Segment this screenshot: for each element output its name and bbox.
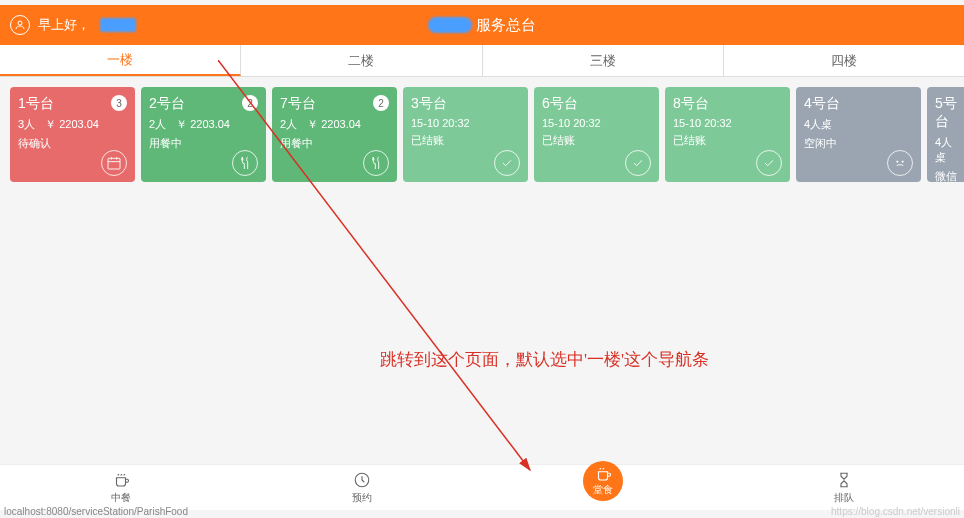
cup-icon bbox=[112, 471, 130, 489]
svg-point-2 bbox=[897, 161, 898, 162]
footer-label: 堂食 bbox=[593, 483, 613, 497]
table-card[interactable]: 3号台 15-10 20:32 已结账 bbox=[403, 87, 528, 182]
user-icon bbox=[10, 15, 30, 35]
table-name: 5号台 bbox=[935, 95, 959, 131]
table-name: 8号台 bbox=[673, 95, 782, 113]
footer-item-lunch[interactable]: 中餐 bbox=[0, 471, 241, 505]
table-info: 2人￥ 2203.04 bbox=[149, 117, 258, 132]
header: 早上好， 服务总台 bbox=[0, 5, 964, 45]
table-time: 15-10 20:32 bbox=[673, 117, 782, 129]
fork-icon bbox=[363, 150, 389, 176]
tab-floor-1[interactable]: 一楼 bbox=[0, 45, 241, 76]
table-status: 已结账 bbox=[673, 133, 782, 148]
svg-point-3 bbox=[902, 161, 903, 162]
footer-item-reserve[interactable]: 预约 bbox=[241, 471, 482, 505]
table-card[interactable]: 6号台 15-10 20:32 已结账 bbox=[534, 87, 659, 182]
table-card[interactable]: 7号台 2 2人￥ 2203.04 用餐中 bbox=[272, 87, 397, 182]
footer-label: 中餐 bbox=[111, 491, 131, 505]
status-bar: localhost:8080/serviceStation/ParishFood… bbox=[0, 504, 964, 518]
table-status: 微信支付 bbox=[935, 169, 959, 182]
header-title: 服务总台 bbox=[428, 16, 536, 35]
table-name: 6号台 bbox=[542, 95, 651, 113]
table-card[interactable]: 8号台 15-10 20:32 已结账 bbox=[665, 87, 790, 182]
table-status: 用餐中 bbox=[149, 136, 258, 151]
table-status: 已结账 bbox=[411, 133, 520, 148]
table-cards: 1号台 3 3人￥ 2203.04 待确认 2号台 2 2人￥ 2203.04 … bbox=[0, 77, 964, 192]
status-url: localhost:8080/serviceStation/ParishFood bbox=[4, 506, 188, 517]
table-card[interactable]: 4号台 4人桌 空闲中 bbox=[796, 87, 921, 182]
table-name: 4号台 bbox=[804, 95, 913, 113]
svg-rect-1 bbox=[108, 158, 120, 169]
table-badge: 2 bbox=[373, 95, 389, 111]
header-left: 早上好， bbox=[10, 15, 136, 35]
clock-icon bbox=[353, 471, 371, 489]
annotation-text: 跳转到这个页面，默认选中'一楼'这个导航条 bbox=[380, 348, 709, 371]
footer-item-queue[interactable]: 排队 bbox=[723, 471, 964, 505]
table-time: 15-10 20:32 bbox=[542, 117, 651, 129]
fork-icon bbox=[232, 150, 258, 176]
table-status: 待确认 bbox=[18, 136, 127, 151]
table-people: 4人桌 bbox=[935, 135, 959, 165]
status-watermark: https://blog.csdn.net/versionli bbox=[831, 506, 960, 517]
table-badge: 3 bbox=[111, 95, 127, 111]
tab-floor-4[interactable]: 四楼 bbox=[724, 45, 964, 76]
table-time: 15-10 20:32 bbox=[411, 117, 520, 129]
check-icon bbox=[494, 150, 520, 176]
table-status: 空闲中 bbox=[804, 136, 913, 151]
greeting-text: 早上好， bbox=[38, 16, 90, 34]
table-name: 3号台 bbox=[411, 95, 520, 113]
face-icon bbox=[887, 150, 913, 176]
tab-floor-3[interactable]: 三楼 bbox=[483, 45, 724, 76]
cup-icon bbox=[594, 465, 612, 483]
footer-item-dinein[interactable]: 堂食 bbox=[482, 475, 723, 501]
footer-active-circle: 堂食 bbox=[583, 461, 623, 501]
svg-point-0 bbox=[18, 21, 22, 25]
table-badge: 2 bbox=[242, 95, 258, 111]
table-status: 用餐中 bbox=[280, 136, 389, 151]
hourglass-icon bbox=[835, 471, 853, 489]
tab-floor-2[interactable]: 二楼 bbox=[241, 45, 482, 76]
table-card[interactable]: 5号台 4人桌 微信支付 bbox=[927, 87, 964, 182]
table-info: 2人￥ 2203.04 bbox=[280, 117, 389, 132]
table-status: 已结账 bbox=[542, 133, 651, 148]
title-suffix: 服务总台 bbox=[476, 16, 536, 35]
calendar-icon bbox=[101, 150, 127, 176]
greeting-name-blur bbox=[100, 18, 136, 32]
title-prefix-blur bbox=[428, 17, 472, 33]
table-info: 3人￥ 2203.04 bbox=[18, 117, 127, 132]
table-card[interactable]: 1号台 3 3人￥ 2203.04 待确认 bbox=[10, 87, 135, 182]
table-card[interactable]: 2号台 2 2人￥ 2203.04 用餐中 bbox=[141, 87, 266, 182]
floor-tabs: 一楼 二楼 三楼 四楼 bbox=[0, 45, 964, 77]
table-people: 4人桌 bbox=[804, 117, 913, 132]
check-icon bbox=[625, 150, 651, 176]
footer-label: 排队 bbox=[834, 491, 854, 505]
check-icon bbox=[756, 150, 782, 176]
footer-label: 预约 bbox=[352, 491, 372, 505]
